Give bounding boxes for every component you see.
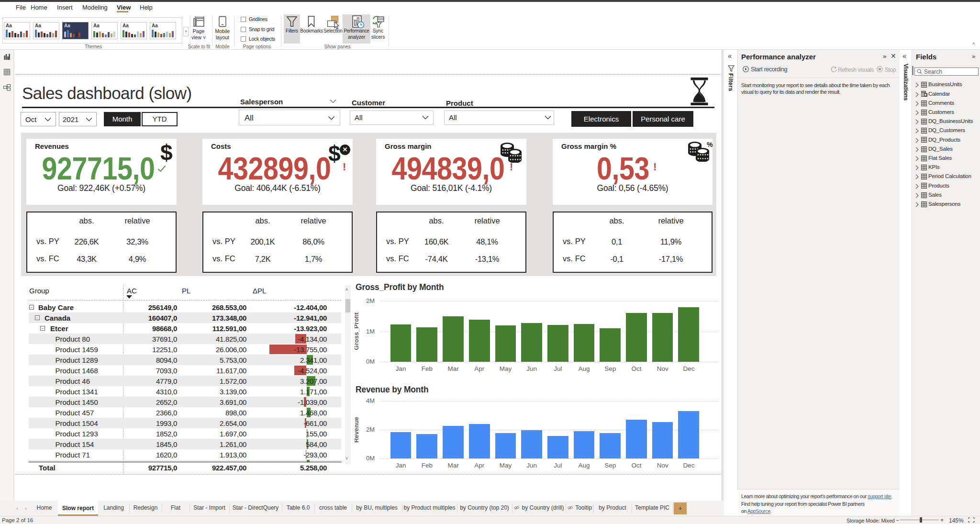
svg-text:%: % — [707, 142, 713, 148]
svg-text:Revenue: Revenue — [355, 417, 360, 443]
svg-text:Gross_Profit: Gross_Profit — [355, 312, 360, 350]
